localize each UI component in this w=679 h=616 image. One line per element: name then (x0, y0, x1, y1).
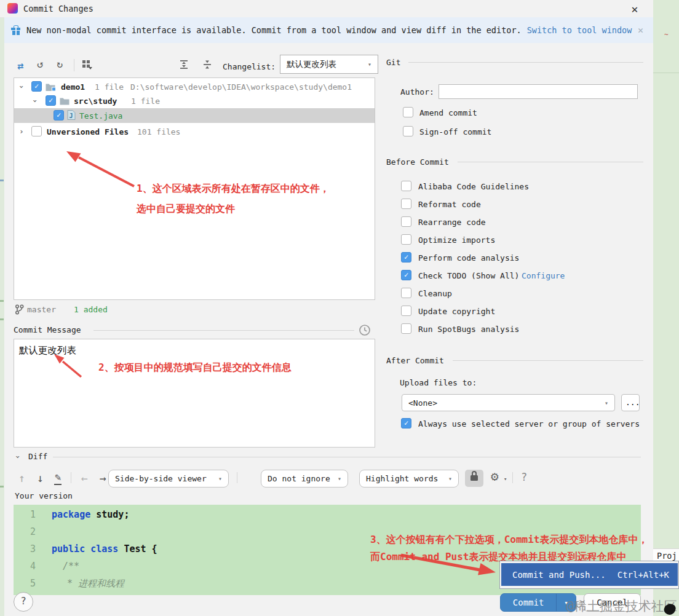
next-change-icon[interactable]: ↓ (37, 472, 44, 484)
chevron-expanded-icon[interactable] (18, 84, 26, 89)
label-spotbugs: Run SpotBugs analysis (418, 325, 519, 334)
forward-icon[interactable]: → (100, 472, 106, 484)
checkbox-cleanup[interactable] (401, 288, 411, 298)
prev-change-icon[interactable]: ↑ (18, 472, 25, 484)
collapse-all-icon[interactable] (203, 60, 212, 71)
checkbox-demo1[interactable] (31, 81, 42, 92)
refresh-icon[interactable]: ↻ (57, 59, 63, 69)
chevron-down-icon (333, 475, 341, 482)
divider (453, 360, 643, 361)
editor-line (653, 73, 679, 73)
upload-server-select[interactable]: <None> (402, 394, 615, 411)
checkbox-rearrange[interactable] (401, 216, 411, 227)
checkbox-copyright[interactable] (401, 306, 411, 316)
commit-split-button: Commit (500, 593, 576, 612)
gutter-mark (0, 318, 4, 320)
changelist-label: Changelist: (223, 62, 276, 71)
always-use-server-label: Always use selected server or group of s… (418, 419, 640, 428)
group-by-icon[interactable] (82, 60, 92, 71)
checkbox-alibaba[interactable] (401, 181, 411, 191)
diff-settings-gear-icon[interactable]: ⚙ (491, 469, 499, 484)
checkbox-test-java[interactable] (54, 110, 64, 120)
tree-row-src-study[interactable]: src\study 1 file (14, 94, 375, 108)
banner-link[interactable]: Switch to tool window (527, 25, 632, 35)
diff-collapse-icon[interactable] (14, 454, 22, 459)
toolbar-divider (512, 472, 513, 483)
chevron-down-icon (213, 475, 222, 482)
changelist-select[interactable]: 默认更改列表 (280, 55, 378, 74)
diff-help-icon[interactable]: ? (521, 471, 527, 483)
banner-close-icon[interactable]: ✕ (638, 25, 643, 36)
always-use-server-checkbox[interactable] (401, 418, 411, 428)
line-number: 3 (17, 543, 36, 555)
editor-background-left (0, 17, 4, 616)
back-icon[interactable]: ← (81, 472, 88, 484)
author-input[interactable] (439, 84, 638, 99)
commit-and-push-item[interactable]: Commit and Push... Ctrl+Alt+K (501, 563, 678, 586)
commit-and-push-label: Commit and Push... (512, 570, 606, 580)
expand-all-icon[interactable] (180, 60, 188, 71)
history-clock-icon[interactable] (359, 324, 371, 338)
editor-background-right (653, 0, 679, 616)
sync-scroll-toggle[interactable] (465, 470, 483, 487)
whitespace-select[interactable]: Do not ignore (261, 470, 348, 488)
chevron-expanded-icon[interactable] (31, 98, 39, 103)
after-commit-header: After Commit (386, 356, 444, 365)
chevron-collapsed-icon[interactable] (19, 127, 24, 135)
checkbox-unversioned[interactable] (31, 126, 42, 136)
svg-text:J: J (69, 113, 73, 119)
chevron-down-icon (443, 475, 452, 482)
checkbox-spotbugs[interactable] (401, 323, 411, 334)
whitespace-value: Do not ignore (268, 474, 330, 483)
tree-row-unversioned[interactable]: Unversioned Files 101 files (14, 125, 375, 139)
tree-row-demo1[interactable]: demo1 1 file D:\software\develop\IDEA\wo… (14, 80, 375, 94)
rollback-icon[interactable]: ↺ (37, 59, 43, 69)
configure-link[interactable]: Configure (522, 271, 565, 280)
tree-node-name: demo1 (61, 82, 85, 92)
diff-header: Diff (28, 452, 47, 461)
amend-commit-label: Amend commit (419, 108, 477, 117)
tree-node-meta: 101 files (137, 127, 180, 136)
chevron-down-icon (368, 61, 371, 68)
annotation-note1-line1: 1、这个区域表示所有处在暂存区中的文件， (137, 183, 330, 195)
toolbar-divider (71, 472, 71, 483)
tree-node-name: Unversioned Files (47, 127, 129, 136)
gear-dropdown-icon (504, 476, 507, 482)
checkbox-check-todo[interactable] (401, 270, 411, 280)
label-check-todo: Check TODO (Show All) (418, 271, 519, 280)
commit-button[interactable]: Commit (501, 594, 556, 611)
line-number: 4 (17, 561, 36, 572)
browse-servers-button[interactable]: ... (621, 394, 640, 411)
annotation-note3-line1: 3、这个按钮有有个下拉选项，Commit表示提交到本地仓库中， (370, 534, 648, 547)
git-section-header: Git (386, 58, 400, 67)
close-icon[interactable]: ✕ (626, 2, 643, 15)
checkbox-code-analysis[interactable] (401, 252, 411, 263)
code-text: package study; (52, 509, 129, 520)
highlight-select[interactable]: Highlight words (359, 470, 459, 488)
edit-source-icon[interactable]: ✎ (54, 471, 62, 485)
checkbox-src-study[interactable] (46, 95, 56, 106)
checkbox-reformat[interactable] (401, 199, 411, 209)
label-code-analysis: Perform code analysis (418, 253, 519, 263)
commit-message-box[interactable]: 默认更改列表 (14, 339, 375, 448)
help-button[interactable]: ? (14, 592, 33, 612)
commit-options-popup: Commit and Push... Ctrl+Alt+K (499, 561, 679, 589)
lock-icon (470, 473, 478, 482)
viewer-select[interactable]: Side-by-side viewer (108, 470, 229, 488)
notification-banner: New non-modal commit interface is availa… (4, 17, 653, 43)
checkbox-optimize[interactable] (401, 234, 411, 245)
label-copyright: Update copyright (418, 307, 495, 316)
divider (458, 162, 643, 162)
tree-node-name: Test.java (79, 111, 122, 120)
signoff-commit-checkbox[interactable] (403, 126, 413, 136)
tree-row-test-java[interactable]: J Test.java (14, 108, 375, 123)
diff-toolbar: ↑ ↓ ✎ ← → Side-by-side viewer Do not ign… (4, 467, 653, 492)
line-number: 2 (17, 526, 36, 537)
line-number: 1 (17, 509, 36, 520)
code-rest: Test { (118, 543, 157, 555)
commit-button-label: Commit (513, 598, 544, 607)
move-to-changelist-icon[interactable]: ⇄ (17, 60, 23, 72)
divider (408, 62, 643, 63)
amend-commit-checkbox[interactable] (403, 107, 413, 117)
upload-files-label: Upload files to: (400, 378, 477, 387)
